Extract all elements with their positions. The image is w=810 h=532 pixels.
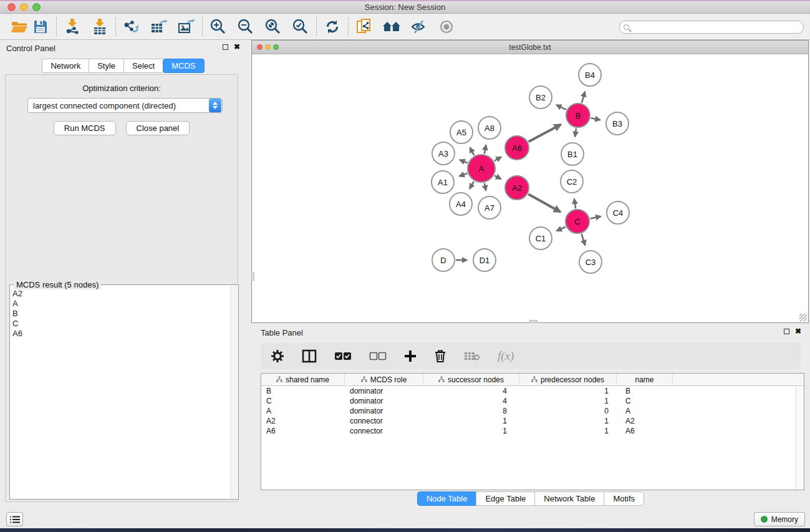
table-cell[interactable]: A	[617, 406, 673, 416]
table-cell[interactable]: A6	[617, 426, 673, 436]
import-network-icon[interactable]	[62, 17, 83, 37]
zoom-selected-icon[interactable]	[290, 17, 311, 37]
select-all-checkboxes-icon[interactable]	[334, 352, 352, 360]
tab-select[interactable]: Select	[123, 59, 163, 73]
delete-column-icon[interactable]	[434, 349, 446, 363]
first-neighbors-icon[interactable]	[381, 17, 402, 37]
graph-node-B1[interactable]: B1	[561, 142, 584, 166]
float-panel-icon[interactable]	[223, 44, 228, 50]
table-cell[interactable]: C	[261, 396, 345, 406]
table-cell[interactable]: dominator	[345, 396, 423, 406]
result-item[interactable]: A	[12, 299, 229, 309]
save-session-icon[interactable]	[30, 17, 51, 37]
zoom-out-icon[interactable]	[235, 17, 256, 37]
mcds-result-list[interactable]: A2ABCA6	[12, 289, 229, 496]
search-box[interactable]	[619, 21, 804, 34]
column-header-predecessor-nodes[interactable]: predecessor nodes	[519, 374, 617, 386]
column-header-successor-nodes[interactable]: successor nodes	[423, 374, 519, 386]
result-item[interactable]: A2	[12, 289, 229, 299]
table-cell[interactable]: 1	[519, 386, 617, 396]
table-cell[interactable]: A2	[261, 416, 345, 426]
zoom-in-icon[interactable]	[208, 17, 229, 37]
graph-node-A7[interactable]: A7	[478, 196, 501, 220]
result-item[interactable]: B	[12, 309, 229, 319]
graph-node-C4[interactable]: C4	[606, 201, 630, 225]
table-cell[interactable]: connector	[345, 416, 423, 426]
graph-node-A6[interactable]: A6	[504, 135, 529, 160]
graph-node-A3[interactable]: A3	[432, 142, 455, 165]
export-table-icon[interactable]	[148, 17, 170, 37]
duplicate-network-icon[interactable]	[354, 17, 375, 37]
canvas-left-handle[interactable]	[251, 273, 254, 281]
graph-node-A4[interactable]: A4	[449, 192, 473, 216]
table-scrollbar[interactable]	[796, 387, 804, 490]
column-header-MCDS-role[interactable]: MCDS role	[345, 374, 423, 386]
table-cell[interactable]: dominator	[345, 386, 423, 396]
table-cell[interactable]: connector	[345, 426, 423, 436]
memory-button[interactable]: Memory	[754, 512, 805, 526]
table-cell[interactable]: 0	[519, 406, 617, 416]
table-cell[interactable]: 4	[423, 386, 519, 396]
table-cell[interactable]: 1	[519, 396, 617, 406]
optimization-criterion-select[interactable]: largest connected component (directed)	[27, 98, 223, 113]
table-cell[interactable]: 1	[423, 426, 519, 436]
table-cell[interactable]: dominator	[345, 406, 423, 416]
export-image-icon[interactable]	[176, 17, 197, 37]
table-cell[interactable]: 4	[423, 396, 519, 406]
table-cell[interactable]: A2	[617, 416, 673, 426]
table-row[interactable]: A6connector11A6	[261, 426, 804, 436]
result-scrollbar[interactable]	[230, 286, 238, 498]
add-column-icon[interactable]	[404, 350, 417, 362]
tab-network[interactable]: Network	[42, 59, 89, 73]
table-cell[interactable]: 1	[519, 416, 617, 426]
open-file-icon[interactable]	[9, 17, 30, 37]
table-row[interactable]: Bdominator41B	[261, 386, 804, 396]
graph-node-A1[interactable]: A1	[431, 170, 455, 194]
show-all-icon[interactable]	[436, 17, 457, 37]
tab-edge-table[interactable]: Edge Table	[476, 491, 534, 506]
table-cell[interactable]: A6	[261, 426, 345, 436]
graph-node-C3[interactable]: C3	[579, 250, 602, 274]
delete-table-icon[interactable]	[464, 351, 480, 362]
tab-motifs[interactable]: Motifs	[604, 491, 644, 506]
table-row[interactable]: Cdominator41C	[261, 396, 804, 406]
tab-style[interactable]: Style	[89, 59, 123, 73]
deselect-all-checkboxes-icon[interactable]	[369, 352, 387, 360]
resize-grip-icon[interactable]	[799, 314, 807, 321]
search-input[interactable]	[632, 22, 803, 32]
function-builder-icon[interactable]: f(x)	[498, 349, 514, 363]
tab-node-table[interactable]: Node Table	[417, 491, 476, 506]
result-item[interactable]: C	[12, 319, 229, 329]
graph-node-D[interactable]: D	[432, 248, 455, 272]
column-layout-icon[interactable]	[302, 349, 317, 363]
column-header-shared-name[interactable]: shared name	[261, 374, 345, 386]
canvas-bottom-handle[interactable]	[529, 320, 538, 323]
graph-node-A[interactable]: A	[467, 154, 496, 183]
table-cell[interactable]: A	[261, 406, 345, 416]
import-table-icon[interactable]	[89, 17, 110, 37]
table-row[interactable]: A2connector11A2	[261, 416, 804, 426]
graph-node-C2[interactable]: C2	[560, 170, 584, 193]
export-network-icon[interactable]	[121, 17, 142, 37]
task-history-button[interactable]	[6, 512, 23, 526]
table-cell[interactable]: C	[617, 396, 673, 406]
table-cell[interactable]: B	[261, 386, 345, 396]
network-canvas[interactable]: B4B2BB3B1A5A8A6A3AA1A2C2A4A7C4CC1C3DD1	[252, 54, 808, 322]
network-window-titlebar[interactable]: testGlobe.txt	[252, 41, 808, 54]
table-cell[interactable]: B	[617, 386, 673, 396]
gear-icon[interactable]	[271, 349, 284, 363]
graph-node-A5[interactable]: A5	[450, 120, 473, 144]
table-row[interactable]: Adominator80A	[261, 406, 804, 416]
graph-node-D1[interactable]: D1	[473, 248, 496, 272]
column-header-name[interactable]: name	[617, 374, 673, 386]
zoom-fit-icon[interactable]	[263, 17, 284, 37]
graph-node-B[interactable]: B	[566, 103, 591, 128]
graph-node-B4[interactable]: B4	[578, 63, 602, 87]
refresh-layout-icon[interactable]	[322, 17, 343, 37]
graph-node-A2[interactable]: A2	[504, 175, 529, 200]
hide-selected-icon[interactable]	[408, 17, 430, 37]
tab-mcds[interactable]: MCDS	[163, 59, 204, 73]
float-table-panel-icon[interactable]	[784, 329, 789, 334]
table-cell[interactable]: 8	[423, 406, 519, 416]
graph-node-C1[interactable]: C1	[529, 226, 552, 250]
